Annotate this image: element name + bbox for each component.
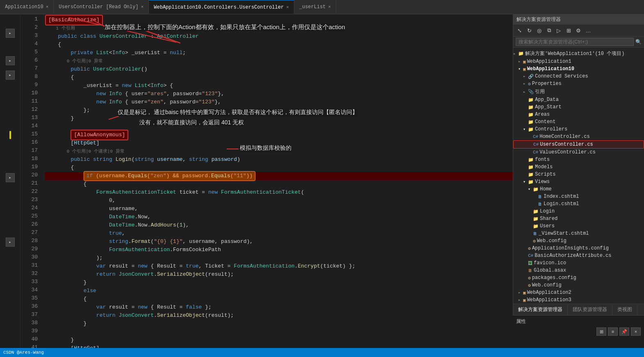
close-icon[interactable]: × xyxy=(141,5,144,9)
tab-solution-explorer[interactable]: 解决方案资源管理器 xyxy=(513,304,568,315)
properties-pin-btn[interactable]: 📌 xyxy=(619,327,629,336)
tab-userscontroller-readonly[interactable]: UsersController [Read Only] × xyxy=(54,0,149,14)
tab-label: Application10 xyxy=(5,4,43,10)
code-line-1: [BasicAuthorize] xyxy=(45,16,513,24)
code-line-26: DateTime.Now.AddHours(1), xyxy=(45,221,513,229)
code-content[interactable]: [BasicAuthorize] 1 个引用 public class User… xyxy=(41,14,513,348)
toolbar-btn-5[interactable]: ▷ xyxy=(554,26,563,35)
tab-application10[interactable]: Application10 × xyxy=(0,0,54,14)
code-line-16: [HttpGet] xyxy=(45,139,513,147)
tree-root[interactable]: ▸ 📁 解决方案'WebApplication1'(10 个项目) xyxy=(513,49,644,58)
tree-global-asax[interactable]: 🗎 Global.asax xyxy=(513,267,644,274)
tree-views-home[interactable]: ▾ 📁 Home xyxy=(513,185,644,193)
tree-login-folder[interactable]: 📁 Login xyxy=(513,208,644,215)
tab-team-explorer[interactable]: 团队资源管理器 xyxy=(568,304,612,315)
tree-areas[interactable]: 📁 Areas xyxy=(513,111,644,118)
tree-properties[interactable]: ▸ ⚙ Properties xyxy=(513,80,644,87)
code-line-23: 0, xyxy=(45,197,513,205)
code-line-12: }; xyxy=(45,106,513,114)
tree-webconfig-views[interactable]: ⚙ Web.config xyxy=(513,237,644,245)
tab-label: UsersController [Read Only] xyxy=(59,4,138,10)
tree-packages-config[interactable]: ⚙ packages.config xyxy=(513,274,644,281)
toolbar-btn-4[interactable]: ⧉ xyxy=(544,26,553,35)
code-line-38: } xyxy=(45,320,513,328)
tree-references[interactable]: ▸ 📎 引用 xyxy=(513,87,644,96)
tree-appinsights[interactable]: ⚙ ApplicationInsights.config xyxy=(513,245,644,252)
tree-webapplication3[interactable]: ▸ ▣ WebApplication3 xyxy=(513,296,644,304)
tree-users-folder[interactable]: 📁 Users xyxy=(513,222,644,230)
tree-webconfig-root[interactable]: ⚙ Web.config xyxy=(513,281,644,289)
properties-panel: 属性 ⊞ ≡ 📌 × xyxy=(513,315,644,348)
code-line-29: FormsAuthentication.FormsCookiePath xyxy=(45,246,513,254)
properties-toolbar-btn1[interactable]: ⊞ xyxy=(596,327,606,336)
tree-viewstart[interactable]: 🗎 _ViewStart.cshtml xyxy=(513,230,644,237)
close-icon[interactable]: × xyxy=(328,5,331,9)
search-input[interactable] xyxy=(516,38,634,46)
code-line-18: public string Login(string username, str… xyxy=(45,156,513,164)
solution-explorer-header: 解决方案资源管理器 xyxy=(513,14,644,25)
tree-basicauthorize[interactable]: C# BasicAuthorizeAttribute.cs xyxy=(513,252,644,259)
collapse-btn-5[interactable]: ▸ xyxy=(6,238,15,247)
tree-webapplication10[interactable]: ▾ ▣ WebApplication10 xyxy=(513,65,644,73)
code-line-4: { xyxy=(45,41,513,49)
code-line-25: DateTime.Now, xyxy=(45,213,513,221)
close-icon[interactable]: × xyxy=(46,5,49,9)
properties-close-btn[interactable]: × xyxy=(631,327,641,336)
tree-webapplication1[interactable]: ▸ ▣ WebApplication1 xyxy=(513,58,644,65)
collapse-btn-2[interactable]: ▸ xyxy=(6,56,15,65)
code-line-10: new Info { user="ares", password="123"}, xyxy=(45,90,513,98)
tree-shared-folder[interactable]: 📁 Shared xyxy=(513,215,644,222)
close-icon[interactable]: × xyxy=(286,5,289,10)
toolbar-btn-1[interactable]: ⤡ xyxy=(515,26,524,35)
tab-label: WebApplication10.Controllers.UsersContro… xyxy=(154,5,284,10)
tree-app-start[interactable]: 📁 App_Start xyxy=(513,103,644,111)
tree-webapplication2[interactable]: ▸ ▣ WebApplication2 xyxy=(513,289,644,296)
code-line-34: else xyxy=(45,287,513,295)
collapse-btn-3[interactable]: ▸ xyxy=(6,71,15,80)
status-bar: CSDN @Ares-Wang xyxy=(0,348,644,357)
code-line-ref3: 0 个引用|0 个请求|0 异常 xyxy=(45,147,513,156)
code-line-9: _userList = new List<Info> { xyxy=(45,82,513,90)
tree-controllers[interactable]: ▾ 📁 Controllers xyxy=(513,126,644,133)
tree-index-cshtml[interactable]: 🗎 Index.cshtml xyxy=(513,193,644,200)
code-line-31: var result = new { Result = true, Ticket… xyxy=(45,262,513,270)
properties-toolbar-btn2[interactable]: ≡ xyxy=(608,327,618,336)
toolbar-btn-3[interactable]: ◎ xyxy=(535,26,544,35)
solution-explorer-title: 解决方案资源管理器 xyxy=(517,16,561,23)
code-line-36: var result = new { Result = false }; xyxy=(45,303,513,311)
tree-connected-services[interactable]: ▸ 🔗 Connected Services xyxy=(513,73,644,80)
code-line-13: } xyxy=(45,114,513,123)
tab-userscontroller-active[interactable]: WebApplication10.Controllers.UsersContro… xyxy=(149,0,294,14)
tree-homecontroller[interactable]: C# HomeController.cs xyxy=(513,133,644,140)
tree-login-cshtml[interactable]: 🗎 Login.cshtml xyxy=(513,200,644,208)
tree-fonts[interactable]: 📁 fonts xyxy=(513,156,644,163)
tree-content[interactable]: 📁 Content xyxy=(513,118,644,126)
code-line-8: { xyxy=(45,73,513,82)
toolbar-btn-6[interactable]: ⊞ xyxy=(564,26,573,35)
toolbar-btn-7[interactable]: ⚙ xyxy=(574,26,583,35)
tab-bar: Application10 × UsersController [Read On… xyxy=(0,0,644,14)
search-icon: 🔍 xyxy=(635,39,642,45)
tree-favicon[interactable]: 🖼 favicon.ico xyxy=(513,259,644,267)
line-numbers: 1234567891011121314151617181920212223242… xyxy=(20,14,41,348)
tree-valuescontroller[interactable]: C# ValuesController.cs xyxy=(513,149,644,156)
collapse-btn-1[interactable]: ▸ xyxy=(6,29,15,38)
code-line-40: } xyxy=(45,336,513,344)
tree-models[interactable]: 📁 Models xyxy=(513,163,644,171)
tree-userscontroller[interactable]: C# UsersController.cs xyxy=(513,140,644,149)
tree-views[interactable]: ▾ 📁 Views xyxy=(513,178,644,185)
code-line-7: public UsersController() xyxy=(45,65,513,73)
code-line-35: { xyxy=(45,295,513,303)
code-line-30: ); xyxy=(45,254,513,262)
tree-scripts[interactable]: 📁 Scripts xyxy=(513,171,644,178)
collapse-btn-4[interactable]: ▸ xyxy=(6,173,15,182)
toolbar-btn-8[interactable]: … xyxy=(584,26,593,35)
tab-class-view[interactable]: 类视图 xyxy=(612,304,637,315)
tab-userlist[interactable]: _userList × xyxy=(294,0,336,14)
toolbar-btn-2[interactable]: ↻ xyxy=(525,26,534,35)
tree-app-data[interactable]: 📁 App_Data xyxy=(513,96,644,103)
solution-explorer-bottom-tabs: 解决方案资源管理器 团队资源管理器 类视图 xyxy=(513,304,644,315)
code-line-22: FormsAuthenticationTicket ticket = new F… xyxy=(45,188,513,197)
code-line-20: if (username.Equals("zen") && password.E… xyxy=(45,172,513,180)
code-line-11: new Info { user="zen", password="123"}, xyxy=(45,98,513,106)
